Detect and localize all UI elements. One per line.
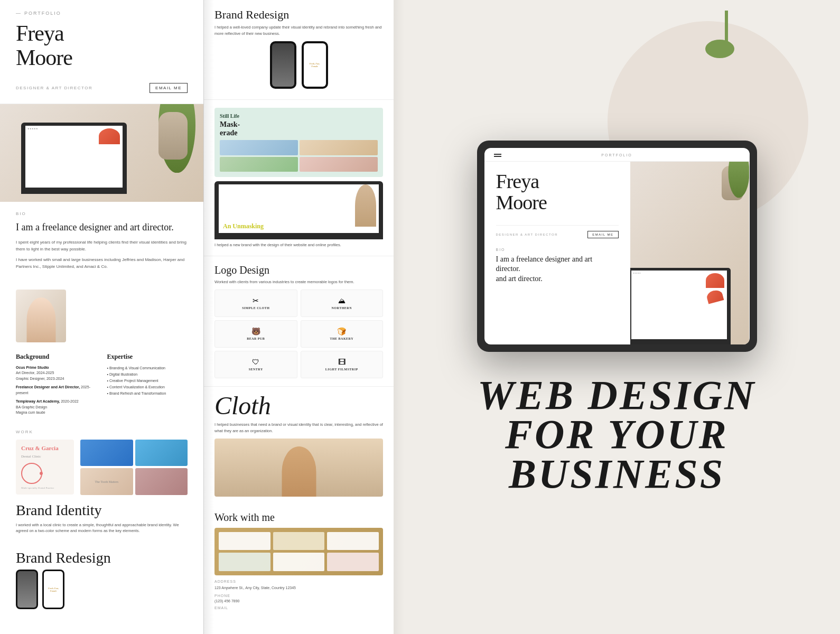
logos-grid: ✂ SIMPLE CLOTH ⛰ NORTHERN 🐻 BEAR PUB 🍞 T… bbox=[214, 290, 383, 378]
cloth-section: Cloth I helped businesses that need a br… bbox=[204, 387, 394, 507]
menu-line-1 bbox=[494, 154, 501, 155]
plant-leaf bbox=[705, 40, 734, 58]
designer-name: Freya Moore bbox=[16, 21, 188, 70]
laptop-person bbox=[355, 184, 376, 227]
masquerade-title: Mask-erade bbox=[220, 120, 378, 137]
bio-text-2: I have worked with small and large busin… bbox=[16, 257, 188, 271]
sentry-icon: 🛡 bbox=[252, 358, 259, 367]
tablet-shoe bbox=[706, 273, 724, 288]
center-phone-2-screen: Fresh, Fun,Female bbox=[304, 43, 326, 87]
dental-name: Cruz & Garcia bbox=[21, 445, 69, 452]
phone: (123) 456 7890 bbox=[214, 599, 383, 603]
designer-tagline: DESIGNER & ART DIRECTOR bbox=[16, 86, 92, 90]
email-button[interactable]: EMAIL ME bbox=[150, 83, 188, 93]
cork-paper-3 bbox=[327, 532, 379, 551]
dental-circle bbox=[21, 463, 42, 484]
woman-photo bbox=[214, 439, 383, 497]
work-thumb-1 bbox=[80, 440, 133, 467]
cork-paper-4 bbox=[219, 553, 270, 571]
tablet-header: PORTFOLIO bbox=[484, 148, 750, 162]
dental-logo-graphic bbox=[21, 463, 69, 484]
exp-item-3: Creative Project Management bbox=[107, 378, 188, 384]
tablet-outer: PORTFOLIO Freya Moore bbox=[477, 141, 757, 352]
center-phone-1 bbox=[270, 41, 296, 89]
cork-paper-2 bbox=[273, 532, 325, 551]
woman-figure bbox=[282, 446, 316, 497]
filmstrip-icon: 🎞 bbox=[338, 358, 346, 367]
laptop-unmasking: An Unmasking bbox=[214, 181, 383, 239]
logo-sentry: 🛡 SENTRY bbox=[214, 351, 297, 378]
bear-pub-icon: 🐻 bbox=[251, 327, 260, 336]
simple-cloth-text: SIMPLE CLOTH bbox=[242, 306, 269, 310]
center-phone-2-text: Fresh, Fun,Female bbox=[310, 62, 320, 68]
web-design-line1: WEB DESIGN bbox=[415, 376, 819, 415]
logo-bear-pub: 🐻 BEAR PUB bbox=[214, 320, 297, 348]
work-thumb-2 bbox=[135, 440, 188, 467]
corkboard-papers bbox=[219, 532, 379, 571]
web-design-line2: FOR YOUR BUSINESS bbox=[415, 415, 819, 493]
exp-item-5: Brand Refresh and Transformation bbox=[107, 390, 188, 397]
northern-text: NORTHERN bbox=[332, 306, 352, 310]
portfolio-label: PORTFOLIO bbox=[16, 11, 188, 16]
work-thumb-4 bbox=[135, 468, 188, 495]
center-brand-redesign: Brand Redesign I helped a well-loved com… bbox=[204, 0, 394, 100]
bg-plant-decoration bbox=[718, 11, 734, 58]
background-expertise: Background Ocus Prime Studio Art Directo… bbox=[0, 348, 203, 424]
phone-1 bbox=[16, 570, 38, 609]
tablet-menu-icon bbox=[494, 154, 501, 157]
cloth-title: Cloth bbox=[214, 393, 383, 418]
logo-bakery: 🍞 THE BAKERY bbox=[301, 320, 384, 348]
tablet-email-button[interactable]: EMAIL ME bbox=[587, 231, 618, 238]
address-label: ADDRESS bbox=[214, 580, 383, 583]
shoe-graphic bbox=[99, 128, 120, 144]
center-still-life: Still Life Mask-erade An Unmasking I hel… bbox=[204, 100, 394, 256]
work-grid: The Tooth Matters bbox=[80, 440, 188, 495]
left-header: PORTFOLIO Freya Moore DESIGNER & ART DIR… bbox=[0, 0, 203, 104]
portfolio-left-panel: PORTFOLIO Freya Moore DESIGNER & ART DIR… bbox=[0, 0, 203, 634]
dental-subtitle: Dental Clinic bbox=[21, 454, 69, 459]
still-life-title: Still Life bbox=[220, 113, 378, 119]
bakery-text: THE BAKERY bbox=[330, 337, 353, 340]
work-label: WORK bbox=[16, 430, 188, 434]
bio-photo bbox=[16, 290, 66, 342]
bg-item-1: Ocus Prime Studio Art Director, 2024-202… bbox=[16, 365, 97, 382]
bg-item-3: Templeway Art Academy, 2020-2022 BA Grap… bbox=[16, 399, 97, 416]
dental-dot bbox=[40, 472, 43, 475]
dental-work-row: Cruz & Garcia Dental Clinic Multi-specia… bbox=[16, 440, 188, 497]
bio-headline: I am a freelance designer and art direct… bbox=[16, 221, 188, 234]
work-with-title: Work with me bbox=[214, 511, 383, 524]
northern-icon: ⛰ bbox=[338, 297, 346, 305]
cork-paper-1 bbox=[219, 532, 270, 551]
right-content: PORTFOLIO Freya Moore bbox=[415, 141, 819, 493]
bio-section: BIO I am a freelance designer and art di… bbox=[0, 202, 203, 284]
tablet-body: Freya Moore DESIGNER & ART DIRECTOR EMAI… bbox=[484, 162, 750, 344]
dental-card: Cruz & Garcia Dental Clinic Multi-specia… bbox=[16, 440, 74, 497]
laptop-screen: ★★★★★ bbox=[25, 126, 123, 188]
bio-text-1: I spent eight years of my professional l… bbox=[16, 239, 188, 253]
logo-northern: ⛰ NORTHERN bbox=[301, 290, 384, 317]
phone-label: PHONE bbox=[214, 594, 383, 598]
bg-item-2: Freelance Designer and Art Director, 202… bbox=[16, 385, 97, 396]
portfolio-right-panel: PORTFOLIO Freya Moore bbox=[394, 0, 840, 634]
bio-label: BIO bbox=[16, 211, 188, 216]
still-1 bbox=[220, 140, 298, 155]
address: 123 Anywhere St., Any City, State, Count… bbox=[214, 585, 383, 591]
email-label: EMAIL bbox=[214, 606, 383, 610]
expertise-title: Expertise bbox=[107, 353, 188, 361]
phone-2: Fresh, Fun,Female bbox=[42, 570, 64, 609]
tablet-portfolio-label: PORTFOLIO bbox=[601, 153, 632, 157]
tablet-laptop: ★★★★★ bbox=[630, 268, 731, 344]
photo-bio-row bbox=[0, 284, 203, 348]
web-design-text: WEB DESIGN FOR YOUR BUSINESS bbox=[415, 376, 819, 493]
work-with-me: Work with me ADDRESS 123 Anywhere St., A… bbox=[204, 507, 394, 614]
tablet-laptop-screen: ★★★★★ bbox=[631, 271, 727, 339]
dental-logo-card: Cruz & Garcia Dental Clinic Multi-specia… bbox=[16, 440, 74, 495]
brand-identity-title: Brand Identity bbox=[16, 502, 188, 519]
brand-redesign-title-left: Brand Redesign bbox=[16, 550, 188, 566]
tablet-bio-label: BIO bbox=[496, 248, 619, 251]
simple-cloth-icon: ✂ bbox=[253, 296, 259, 305]
exp-item-2: Digital Illustration bbox=[107, 371, 188, 378]
work-section: WORK Cruz & Garcia Dental Clinic Multi-s… bbox=[0, 424, 203, 542]
unmasking-text: An Unmasking bbox=[219, 220, 268, 233]
logo-simple-cloth: ✂ SIMPLE CLOTH bbox=[214, 290, 297, 317]
